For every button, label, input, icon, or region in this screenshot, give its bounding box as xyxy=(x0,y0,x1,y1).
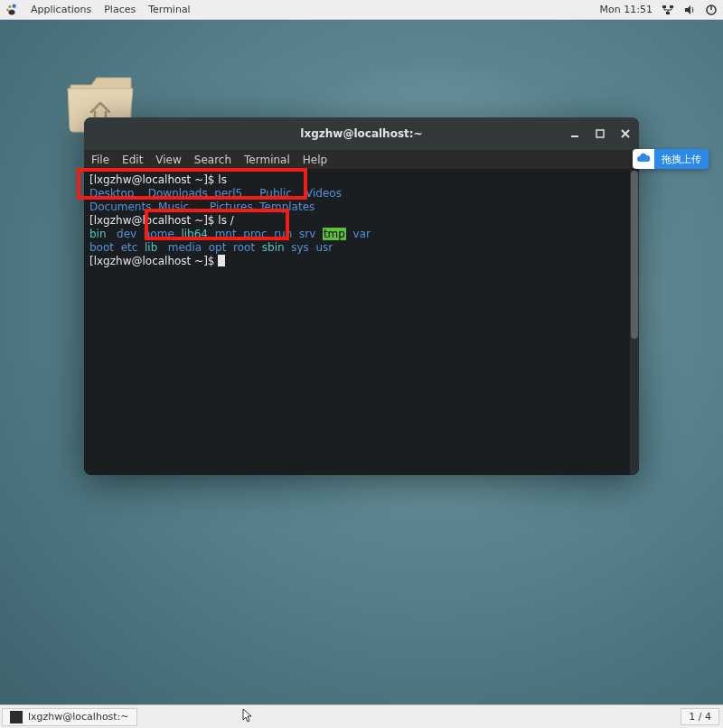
upload-label: 拖拽上传 xyxy=(654,149,709,169)
window-title: lxgzhw@localhost:~ xyxy=(300,127,422,140)
svg-rect-6 xyxy=(666,12,670,14)
svg-point-0 xyxy=(12,4,15,7)
maximize-button[interactable] xyxy=(594,127,606,140)
taskbar-item-terminal[interactable]: lxgzhw@localhost:~ xyxy=(2,708,137,726)
ls-output-row: Desktop Downloads perl5 Public Videos xyxy=(89,187,342,200)
cloud-icon xyxy=(633,149,654,169)
menu-terminal[interactable]: Terminal xyxy=(244,154,290,166)
svg-rect-10 xyxy=(596,130,604,137)
close-button[interactable] xyxy=(619,127,632,140)
menu-view[interactable]: View xyxy=(155,154,181,166)
network-icon[interactable] xyxy=(662,4,674,16)
terminal-menu[interactable]: Terminal xyxy=(148,4,191,15)
menu-edit[interactable]: Edit xyxy=(122,154,143,166)
terminal-scrollbar[interactable] xyxy=(630,170,639,475)
power-icon[interactable] xyxy=(705,4,718,16)
volume-icon[interactable] xyxy=(683,4,696,16)
scrollbar-thumb[interactable] xyxy=(631,171,638,339)
upload-widget[interactable]: 拖拽上传 xyxy=(633,149,709,169)
minimize-button[interactable] xyxy=(568,127,581,140)
terminal-icon xyxy=(10,711,23,723)
terminal-cursor xyxy=(218,255,225,266)
terminal-menubar: File Edit View Search Terminal Help xyxy=(84,150,639,170)
window-titlebar[interactable]: lxgzhw@localhost:~ xyxy=(84,117,639,150)
menu-help[interactable]: Help xyxy=(303,154,327,166)
svg-point-3 xyxy=(9,9,15,14)
terminal-window: lxgzhw@localhost:~ File Edit View Search… xyxy=(84,117,639,475)
prompt-line: [lxgzhw@localhost ~]$ ls / xyxy=(89,214,234,227)
workspace-indicator[interactable]: 1 / 4 xyxy=(681,708,719,725)
places-menu[interactable]: Places xyxy=(104,4,136,15)
terminal-viewport[interactable]: [lxgzhw@localhost ~]$ ls Desktop Downloa… xyxy=(84,170,639,475)
ls-root-row: bin dev home lib64 mnt proc run srv tmp … xyxy=(89,228,371,240)
gnome-foot-icon xyxy=(5,4,18,16)
prompt-line: [lxgzhw@localhost ~]$ ls xyxy=(89,173,227,186)
svg-point-1 xyxy=(8,5,11,8)
clock[interactable]: Mon 11:51 xyxy=(600,4,653,15)
svg-point-2 xyxy=(6,8,8,10)
svg-rect-5 xyxy=(670,5,673,8)
pointer-cursor-icon xyxy=(239,708,253,726)
ls-root-row: boot etc lib media opt root sbin sys usr xyxy=(89,241,333,254)
menu-file[interactable]: File xyxy=(91,154,109,166)
applications-menu[interactable]: Applications xyxy=(31,4,91,15)
svg-rect-4 xyxy=(662,5,666,8)
prompt-line: [lxgzhw@localhost ~]$ xyxy=(89,255,218,267)
menu-search[interactable]: Search xyxy=(194,154,231,166)
ls-output-row: Documents Music Pictures Templates xyxy=(89,201,315,213)
task-title: lxgzhw@localhost:~ xyxy=(28,711,129,723)
top-panel: Applications Places Terminal Mon 11:51 xyxy=(0,0,723,20)
bottom-panel: lxgzhw@localhost:~ 1 / 4 xyxy=(0,705,723,728)
